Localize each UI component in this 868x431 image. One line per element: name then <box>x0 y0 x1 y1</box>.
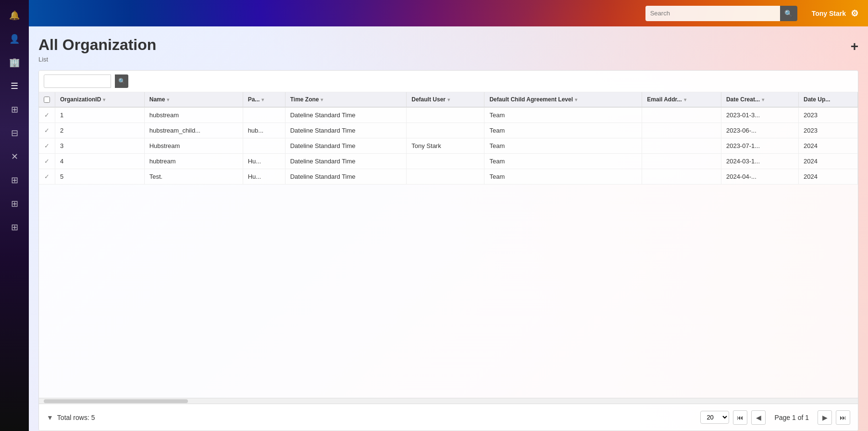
name-sort-icon: ▾ <box>167 97 169 102</box>
cell-parent <box>243 138 285 154</box>
cell-timezone: Dateline Standard Time <box>285 123 407 138</box>
prev-page-button[interactable]: ◀ <box>751 410 766 425</box>
cell-default_child: Team <box>484 154 642 169</box>
cell-check: ✓ <box>39 169 55 185</box>
date-created-sort-icon: ▾ <box>762 97 764 102</box>
cell-date_updated: 2024 <box>799 154 858 169</box>
next-page-button[interactable]: ▶ <box>818 410 832 425</box>
user-icon: 👤 <box>9 34 20 44</box>
sidebar-item-list[interactable]: ☰ <box>4 75 25 97</box>
cell-parent: Hu... <box>243 154 285 169</box>
table-row[interactable]: ✓2hubstream_child...hub...Dateline Stand… <box>39 123 858 138</box>
first-page-button[interactable]: ⏮ <box>733 410 747 425</box>
cell-parent: hub... <box>243 123 285 138</box>
prev-page-icon: ◀ <box>756 414 761 421</box>
timezone-sort-icon: ▾ <box>321 97 323 102</box>
pagination-controls: 20 50 100 ⏮ ◀ Page 1 of 1 ▶ ⏭ <box>700 410 850 425</box>
scrollbar-thumb[interactable] <box>44 399 188 403</box>
cell-email <box>642 138 721 154</box>
col-header-timezone[interactable]: Time Zone ▾ <box>285 92 407 107</box>
search-icon: 🔍 <box>784 10 793 17</box>
page-header: All Organization List + <box>38 36 858 63</box>
cell-name: hubstream_child... <box>144 123 243 138</box>
default-child-sort-icon: ▾ <box>575 97 577 102</box>
cell-email <box>642 169 721 185</box>
page-title-area: All Organization List <box>38 36 156 63</box>
sidebar-item-grid4[interactable]: ⊞ <box>4 193 25 214</box>
table-row[interactable]: ✓4hubtreamHu...Dateline Standard TimeTea… <box>39 154 858 169</box>
table-search-input[interactable] <box>44 74 111 88</box>
col-header-name[interactable]: Name ▾ <box>144 92 243 107</box>
sidebar-item-user[interactable]: 👤 <box>4 28 25 49</box>
cell-parent: Hu... <box>243 169 285 185</box>
filter-icon[interactable]: ▼ <box>47 414 53 421</box>
user-section: Tony Stark ⚙ <box>812 8 858 19</box>
table-body: ✓1hubstreamDateline Standard TimeTeam202… <box>39 107 858 185</box>
horizontal-scrollbar[interactable] <box>39 398 858 404</box>
sidebar-item-close[interactable]: ✕ <box>4 146 25 167</box>
cell-org_id: 3 <box>55 138 145 154</box>
table-row[interactable]: ✓3HubstreamDateline Standard TimeTony St… <box>39 138 858 154</box>
cell-org_id: 5 <box>55 169 145 185</box>
pagination-bar: ▼ Total rows: 5 20 50 100 ⏮ ◀ Page 1 <box>39 404 858 431</box>
user-name: Tony Stark <box>812 10 846 17</box>
search-input[interactable] <box>645 6 780 21</box>
sidebar-item-notifications[interactable]: 🔔 <box>4 5 25 26</box>
select-all-checkbox[interactable] <box>44 97 50 103</box>
sidebar-item-grid2[interactable]: ⊟ <box>4 123 25 144</box>
col-header-org-id[interactable]: OrganizationID ▾ <box>55 92 145 107</box>
table-row[interactable]: ✓1hubstreamDateline Standard TimeTeam202… <box>39 107 858 123</box>
table-header-row: OrganizationID ▾ Name ▾ <box>39 92 858 107</box>
table-search-button[interactable]: 🔍 <box>115 74 128 88</box>
cell-default_child: Team <box>484 169 642 185</box>
search-button[interactable]: 🔍 <box>780 6 797 21</box>
col-header-default-child[interactable]: Default Child Agreement Level ▾ <box>484 92 642 107</box>
grid3-icon: ⊞ <box>11 175 18 185</box>
sidebar-item-grid1[interactable]: ⊞ <box>4 99 25 120</box>
cell-date_created: 2023-06-... <box>721 123 798 138</box>
notifications-icon: 🔔 <box>9 10 20 21</box>
cell-timezone: Dateline Standard Time <box>285 107 407 123</box>
cell-default_user: Tony Stark <box>407 138 484 154</box>
col-header-parent[interactable]: Pa... ▾ <box>243 92 285 107</box>
cell-default_user <box>407 154 484 169</box>
total-rows-label: Total rows: 5 <box>57 414 95 421</box>
cell-check: ✓ <box>39 138 55 154</box>
sidebar-item-grid3[interactable]: ⊞ <box>4 170 25 191</box>
list-icon: ☰ <box>11 81 18 91</box>
cell-default_child: Team <box>484 107 642 123</box>
email-sort-icon: ▾ <box>684 97 686 102</box>
sidebar-item-grid5[interactable]: ⊞ <box>4 217 25 238</box>
cell-email <box>642 107 721 123</box>
sidebar: 🔔 👤 🏢 ☰ ⊞ ⊟ ✕ ⊞ ⊞ ⊞ <box>0 0 29 431</box>
cell-name: hubtream <box>144 154 243 169</box>
col-header-date-created[interactable]: Date Creat... ▾ <box>721 92 798 107</box>
page-size-select[interactable]: 20 50 100 <box>700 411 729 424</box>
table-search-icon: 🔍 <box>118 78 125 85</box>
col-header-check[interactable] <box>39 92 55 107</box>
cell-check: ✓ <box>39 154 55 169</box>
page-subtitle: List <box>38 56 156 63</box>
cell-check: ✓ <box>39 123 55 138</box>
col-header-date-updated[interactable]: Date Up... <box>799 92 858 107</box>
last-page-icon: ⏭ <box>840 414 846 421</box>
organization-icon: 🏢 <box>9 57 20 68</box>
table-toolbar: 🔍 <box>39 71 858 92</box>
table-row[interactable]: ✓5Test.Hu...Dateline Standard TimeTeam20… <box>39 169 858 185</box>
col-header-email[interactable]: Email Addr... ▾ <box>642 92 721 107</box>
cell-check: ✓ <box>39 107 55 123</box>
cell-default_user <box>407 169 484 185</box>
cell-date_updated: 2023 <box>799 123 858 138</box>
gear-icon[interactable]: ⚙ <box>851 8 858 19</box>
cell-date_updated: 2024 <box>799 169 858 185</box>
last-page-button[interactable]: ⏭ <box>836 410 850 425</box>
first-page-icon: ⏮ <box>737 414 744 421</box>
add-button[interactable]: + <box>851 40 858 53</box>
col-header-default-user[interactable]: Default User ▾ <box>407 92 484 107</box>
org-id-sort-icon: ▾ <box>103 97 105 102</box>
top-header: 🔍 Tony Stark ⚙ <box>0 0 868 26</box>
table-scroll[interactable]: OrganizationID ▾ Name ▾ <box>39 92 858 398</box>
cell-org_id: 4 <box>55 154 145 169</box>
sidebar-item-organization[interactable]: 🏢 <box>4 52 25 73</box>
cell-email <box>642 123 721 138</box>
